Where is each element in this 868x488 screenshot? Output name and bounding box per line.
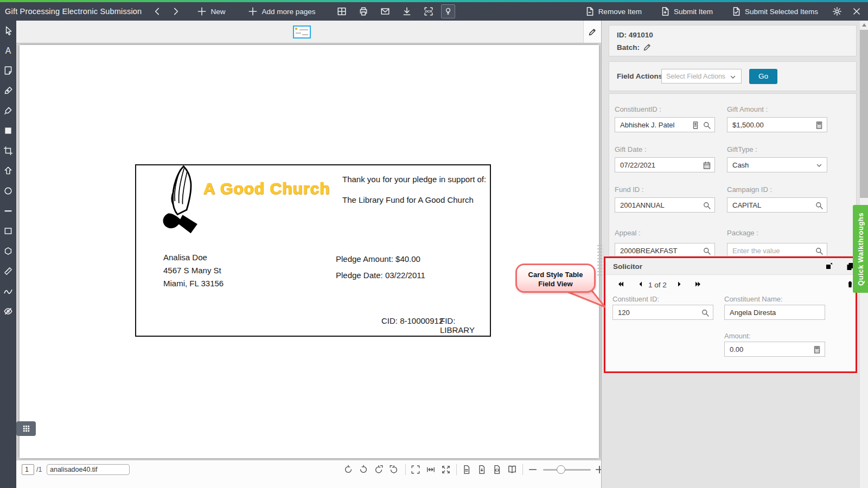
ellipse-icon[interactable]: [3, 186, 13, 196]
fund-id-field[interactable]: [615, 197, 715, 213]
remove-item-button[interactable]: Remove Item: [585, 7, 642, 16]
add-row-icon[interactable]: [816, 280, 825, 288]
crop-icon[interactable]: [3, 146, 13, 156]
ruler-icon[interactable]: [3, 266, 13, 276]
gift-amount-input[interactable]: [727, 118, 827, 132]
select-cursor-icon[interactable]: [3, 25, 13, 35]
thumbnails-toggle-button[interactable]: [16, 421, 36, 436]
sol-amount-field[interactable]: [724, 342, 825, 357]
zoom-slider-track[interactable]: [543, 469, 591, 471]
sol-constituent-name-label: Constituent Name:: [724, 295, 783, 303]
campaign-id-input[interactable]: [727, 198, 827, 212]
search-icon[interactable]: [815, 201, 824, 210]
sol-constituent-name-input[interactable]: [725, 305, 825, 319]
chevron-down-icon: [729, 73, 737, 81]
freehand-icon[interactable]: [3, 286, 13, 296]
submit-selected-items-button[interactable]: Submit Selected Items: [731, 7, 818, 16]
page-thumbnail[interactable]: [293, 25, 311, 38]
highlighter-icon[interactable]: [3, 106, 13, 115]
search-icon[interactable]: [703, 121, 711, 130]
calendar-icon[interactable]: [703, 161, 711, 170]
fit-page-icon[interactable]: [441, 465, 451, 474]
filled-rectangle-icon[interactable]: [3, 126, 13, 136]
field-actions-dropdown[interactable]: Select Field Actions: [661, 69, 742, 84]
doc-text-icon[interactable]: [462, 465, 471, 474]
ocr-icon[interactable]: OCR: [424, 7, 433, 16]
first-page-icon[interactable]: [616, 280, 625, 288]
go-button[interactable]: Go: [749, 69, 777, 84]
search-icon[interactable]: [815, 247, 824, 255]
appeal-field[interactable]: [615, 243, 715, 256]
fit-width-icon[interactable]: [426, 465, 436, 474]
campaign-id-field[interactable]: [727, 197, 827, 213]
sol-constituent-id-field[interactable]: [612, 305, 713, 320]
package-input[interactable]: [727, 243, 827, 256]
field-actions-label: Field Actions:: [617, 72, 665, 80]
gift-type-select[interactable]: [727, 157, 827, 172]
doc-code-icon[interactable]: [492, 465, 502, 474]
zoom-out-icon[interactable]: [528, 465, 538, 474]
search-icon[interactable]: [703, 247, 711, 255]
package-field[interactable]: [727, 243, 827, 256]
close-icon[interactable]: [852, 7, 861, 16]
gift-date-input[interactable]: [615, 158, 714, 172]
filename-input[interactable]: [47, 464, 130, 475]
fullscreen-icon[interactable]: [411, 465, 420, 474]
rotate-page-cw-icon[interactable]: [389, 465, 399, 474]
submit-item-button[interactable]: Submit Item: [660, 7, 713, 16]
chevron-right-icon[interactable]: [171, 7, 181, 16]
gift-date-field[interactable]: [615, 157, 715, 172]
hide-annotations-icon[interactable]: [3, 306, 13, 316]
chevron-down-icon[interactable]: [815, 161, 824, 170]
previous-page-icon[interactable]: [636, 280, 645, 288]
plus-icon: [248, 7, 258, 16]
gift-type-value[interactable]: [727, 158, 827, 172]
line-icon[interactable]: [3, 206, 13, 216]
gift-amount-field[interactable]: [727, 117, 827, 132]
sol-amount-input[interactable]: [725, 342, 825, 356]
pencil-edit-icon[interactable]: [588, 28, 597, 36]
grid-view-icon[interactable]: [337, 7, 347, 16]
page-number-input[interactable]: [22, 464, 34, 475]
constituent-id-field[interactable]: [615, 117, 715, 132]
calculator-icon[interactable]: [815, 121, 824, 130]
last-page-icon[interactable]: [694, 280, 703, 288]
rotate-page-ccw-icon[interactable]: [374, 465, 384, 474]
sol-constituent-id-input[interactable]: [613, 305, 713, 319]
rectangle-icon[interactable]: [3, 226, 13, 236]
search-icon[interactable]: [703, 201, 711, 210]
polygon-icon[interactable]: [3, 246, 13, 256]
add-more-pages-button[interactable]: Add more pages: [248, 7, 315, 16]
lightbulb-toggle[interactable]: [441, 4, 455, 18]
new-button[interactable]: New: [197, 7, 225, 16]
zoom-slider-knob[interactable]: [557, 465, 565, 474]
download-icon[interactable]: [402, 7, 412, 16]
quick-walkthroughs-tab[interactable]: Quick Walkthroughs: [853, 205, 868, 293]
fund-id-input[interactable]: [615, 198, 714, 212]
donor-address: Analisa Doe 4567 S Many St Miami, FL 331…: [163, 251, 224, 290]
pen-icon[interactable]: [3, 86, 13, 95]
doc-download-icon[interactable]: [477, 465, 487, 474]
gift-fields-card: ConstituentID : Gift Amount : Gift Date …: [609, 93, 857, 256]
rotate-ccw-icon[interactable]: [343, 465, 353, 474]
open-external-icon[interactable]: [825, 262, 833, 271]
calculator-icon[interactable]: [813, 345, 821, 354]
contact-card-icon[interactable]: [691, 121, 700, 130]
appeal-input[interactable]: [615, 243, 714, 256]
scrollbar-thumb[interactable]: [860, 30, 868, 198]
drag-handle-dots[interactable]: [597, 244, 603, 275]
batch-edit-pencil-icon[interactable]: [643, 43, 652, 52]
rotate-cw-icon[interactable]: [359, 465, 368, 474]
scrollbar-up-arrow[interactable]: [860, 21, 868, 29]
gear-icon[interactable]: [832, 7, 842, 16]
search-icon[interactable]: [701, 309, 710, 317]
chevron-left-icon[interactable]: [152, 7, 162, 16]
text-tool-icon[interactable]: A: [3, 46, 13, 55]
book-view-icon[interactable]: [507, 465, 517, 474]
email-icon[interactable]: [380, 7, 390, 16]
print-icon[interactable]: [359, 7, 368, 16]
arrow-stamp-icon[interactable]: [3, 166, 13, 176]
note-icon[interactable]: [3, 66, 13, 75]
sol-constituent-name-field[interactable]: [724, 305, 825, 320]
next-page-icon[interactable]: [675, 280, 684, 288]
